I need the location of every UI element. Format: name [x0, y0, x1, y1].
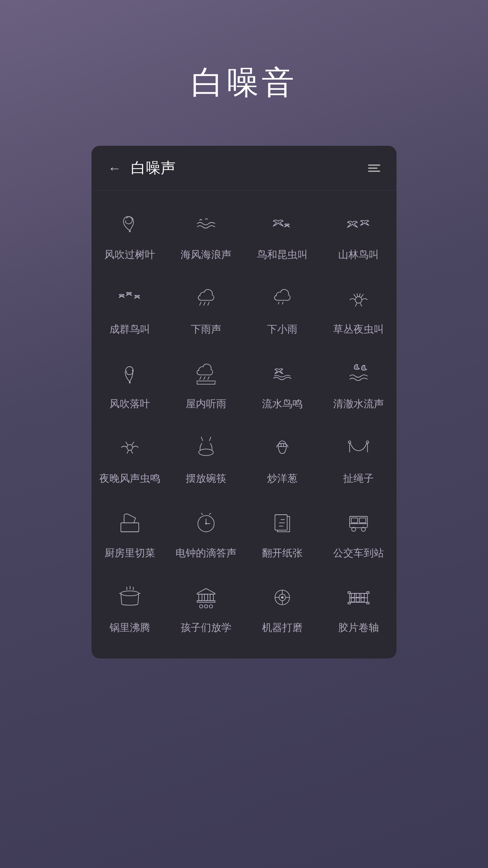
pot-boil-label: 锅里沸腾: [109, 620, 150, 635]
school-out-label: 孩子们放学: [181, 620, 231, 635]
svg-rect-54: [356, 593, 359, 597]
svg-rect-56: [351, 598, 354, 602]
svg-rect-55: [361, 593, 364, 597]
svg-line-4: [278, 302, 279, 304]
svg-point-37: [199, 605, 203, 608]
machine-grind-label: 机器打磨: [262, 620, 303, 635]
svg-point-24: [205, 523, 207, 525]
indoor-rain-label: 屋内听雨: [186, 397, 226, 411]
sound-item-film-reel[interactable]: 胶片卷轴: [320, 570, 396, 645]
svg-rect-33: [199, 594, 202, 600]
rain-icon: [192, 285, 220, 313]
sound-item-kitchen-chop[interactable]: 厨房里切菜: [92, 496, 168, 570]
clock-tick-icon: [192, 509, 220, 536]
sound-item-school-out[interactable]: 孩子们放学: [168, 570, 244, 645]
sea-waves-label: 海风海浪声: [181, 248, 231, 262]
svg-rect-27: [351, 518, 358, 523]
svg-point-46: [281, 596, 283, 598]
sound-item-chopsticks[interactable]: 摆放碗筷: [168, 421, 244, 496]
night-insects-label: 草丛夜虫叫: [333, 322, 384, 336]
sound-item-fry-onion[interactable]: 炒洋葱: [244, 421, 320, 496]
svg-line-9: [203, 376, 205, 380]
svg-rect-50: [348, 602, 350, 604]
fry-onion-label: 炒洋葱: [267, 471, 298, 486]
pot-boil-icon: [116, 584, 143, 611]
card-header: ← 白噪声: [92, 146, 396, 191]
card-title: 白噪声: [131, 158, 176, 178]
sound-item-falling-leaves[interactable]: 风吹落叶: [92, 347, 168, 421]
flip-paper-icon: [269, 509, 296, 536]
sound-item-pot-boil[interactable]: 锅里沸腾: [92, 570, 168, 645]
fry-onion-icon: [269, 435, 296, 462]
film-reel-label: 胶片卷轴: [338, 620, 379, 635]
svg-point-38: [204, 605, 208, 608]
flip-paper-label: 翻开纸张: [262, 546, 303, 560]
sound-item-jump-rope[interactable]: 扯绳子: [320, 421, 396, 496]
sound-item-sea-waves[interactable]: 海风海浪声: [168, 197, 244, 272]
sound-item-indoor-rain[interactable]: 屋内听雨: [168, 347, 244, 421]
svg-line-8: [199, 376, 201, 380]
svg-point-7: [129, 382, 130, 383]
svg-rect-53: [351, 593, 354, 597]
film-reel-icon: [345, 584, 372, 611]
forest-birds-icon: [345, 211, 372, 238]
sound-item-clear-stream[interactable]: 清澈水流声: [320, 347, 396, 421]
jump-rope-icon: [345, 435, 372, 462]
sound-item-birds-insects[interactable]: 鸟和昆虫叫: [244, 197, 320, 272]
svg-rect-58: [361, 598, 364, 602]
light-rain-icon: [269, 285, 296, 313]
jump-rope-label: 扯绳子: [343, 471, 374, 486]
stream-birds-label: 流水鸟鸣: [262, 397, 303, 411]
light-rain-label: 下小雨: [267, 322, 298, 336]
sound-item-forest-birds[interactable]: 山林鸟叫: [320, 197, 396, 272]
svg-line-3: [207, 302, 209, 305]
svg-rect-57: [356, 598, 359, 602]
svg-rect-51: [367, 602, 369, 604]
bus-stop-icon: [345, 509, 372, 536]
clear-stream-icon: [345, 360, 372, 387]
flock-birds-icon: [116, 285, 143, 313]
sound-item-bus-stop[interactable]: 公交车到站: [320, 496, 396, 570]
clear-stream-label: 清澈水流声: [333, 397, 384, 411]
svg-line-10: [207, 376, 209, 380]
svg-point-0: [129, 231, 130, 232]
wind-leaves-label: 风吹过树叶: [104, 248, 155, 262]
svg-line-14: [209, 437, 211, 441]
main-card: ← 白噪声 风吹过树叶海风海浪声鸟和昆虫叫山林鸟叫成群鸟叫下雨声下小雨草丛夜虫叫…: [92, 146, 396, 658]
sound-item-clock-tick[interactable]: 电钟的滴答声: [168, 496, 244, 570]
sound-item-rain[interactable]: 下雨声: [168, 272, 244, 347]
back-button[interactable]: ←: [108, 161, 121, 175]
bus-stop-label: 公交车到站: [333, 546, 384, 560]
page-title: 白噪音: [191, 61, 297, 105]
svg-point-39: [209, 605, 212, 608]
sound-item-light-rain[interactable]: 下小雨: [244, 272, 320, 347]
sound-item-flip-paper[interactable]: 翻开纸张: [244, 496, 320, 570]
indoor-rain-icon: [192, 360, 220, 387]
svg-rect-25: [275, 515, 287, 530]
clock-tick-label: 电钟的滴答声: [176, 546, 237, 560]
school-out-icon: [192, 584, 220, 611]
stream-birds-icon: [269, 360, 296, 387]
flock-birds-label: 成群鸟叫: [109, 322, 150, 336]
svg-rect-28: [359, 518, 366, 523]
header-left: ← 白噪声: [108, 158, 176, 178]
night-insects-icon: [345, 285, 372, 313]
sound-item-wind-leaves[interactable]: 风吹过树叶: [92, 197, 168, 272]
sound-item-night-insects[interactable]: 草丛夜虫叫: [320, 272, 396, 347]
svg-rect-19: [121, 523, 139, 532]
svg-point-11: [127, 445, 133, 450]
sound-item-machine-grind[interactable]: 机器打磨: [244, 570, 320, 645]
svg-point-32: [121, 591, 139, 596]
svg-rect-48: [348, 592, 350, 593]
playlist-icon[interactable]: [368, 164, 380, 172]
falling-leaves-label: 风吹落叶: [109, 397, 150, 411]
birds-insects-label: 鸟和昆虫叫: [257, 248, 308, 262]
wind-leaves-icon: [116, 211, 143, 238]
sound-item-stream-birds[interactable]: 流水鸟鸣: [244, 347, 320, 421]
svg-point-12: [199, 449, 213, 455]
sound-item-flock-birds[interactable]: 成群鸟叫: [92, 272, 168, 347]
kitchen-chop-icon: [116, 509, 143, 536]
sound-item-night-wind-bugs[interactable]: 夜晚风声虫鸣: [92, 421, 168, 496]
svg-rect-35: [210, 594, 214, 600]
falling-leaves-icon: [116, 360, 143, 387]
